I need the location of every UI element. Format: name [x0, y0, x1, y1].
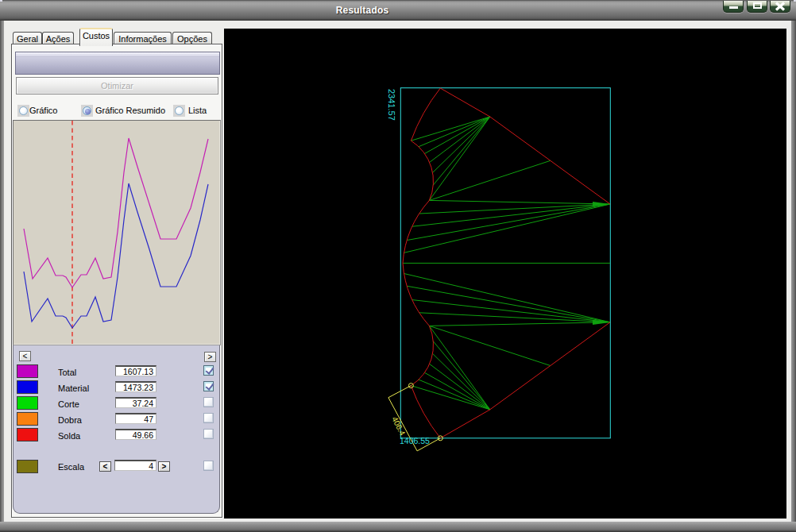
svg-text:2341.57: 2341.57 — [387, 89, 396, 121]
svg-text:1406.55: 1406.55 — [400, 436, 430, 445]
svg-text:406.4: 406.4 — [390, 415, 407, 438]
